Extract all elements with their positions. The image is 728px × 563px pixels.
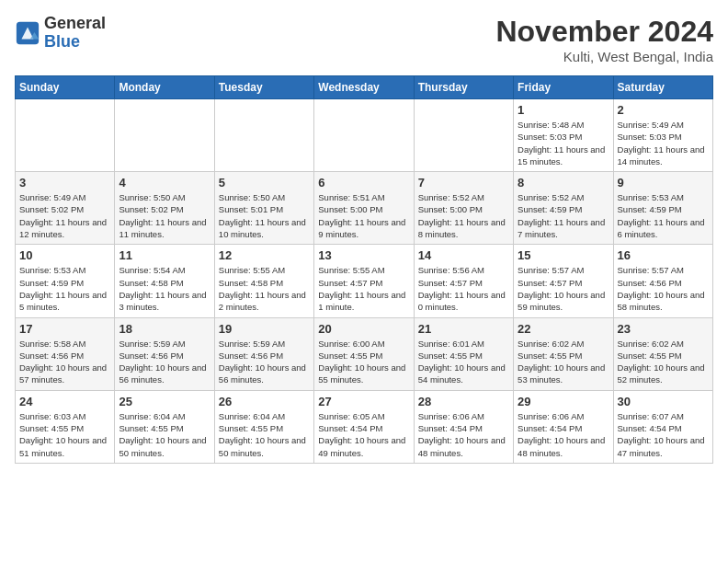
day-info: Sunrise: 6:02 AM Sunset: 4:55 PM Dayligh… bbox=[618, 338, 709, 386]
calendar-cell: 24Sunrise: 6:03 AM Sunset: 4:55 PM Dayli… bbox=[16, 390, 115, 463]
day-info: Sunrise: 5:50 AM Sunset: 5:02 PM Dayligh… bbox=[119, 191, 210, 240]
day-info: Sunrise: 5:52 AM Sunset: 5:00 PM Dayligh… bbox=[418, 191, 509, 240]
day-info: Sunrise: 5:57 AM Sunset: 4:57 PM Dayligh… bbox=[518, 264, 609, 313]
calendar-cell: 25Sunrise: 6:04 AM Sunset: 4:55 PM Dayli… bbox=[115, 390, 214, 463]
calendar-cell bbox=[115, 99, 214, 172]
col-sunday: Sunday bbox=[16, 76, 115, 99]
col-friday: Friday bbox=[514, 76, 613, 99]
day-info: Sunrise: 6:04 AM Sunset: 4:55 PM Dayligh… bbox=[219, 410, 310, 459]
calendar-table: Sunday Monday Tuesday Wednesday Thursday… bbox=[15, 75, 713, 464]
calendar-cell: 9Sunrise: 5:53 AM Sunset: 4:59 PM Daylig… bbox=[613, 172, 712, 245]
location: Kulti, West Bengal, India bbox=[495, 49, 713, 64]
calendar-cell bbox=[214, 99, 313, 172]
week-row-4: 17Sunrise: 5:58 AM Sunset: 4:56 PM Dayli… bbox=[16, 317, 713, 390]
day-number: 11 bbox=[119, 248, 210, 262]
day-info: Sunrise: 5:55 AM Sunset: 4:57 PM Dayligh… bbox=[318, 264, 409, 313]
day-number: 15 bbox=[518, 248, 609, 262]
calendar-cell: 4Sunrise: 5:50 AM Sunset: 5:02 PM Daylig… bbox=[115, 172, 214, 245]
calendar-cell: 7Sunrise: 5:52 AM Sunset: 5:00 PM Daylig… bbox=[414, 172, 513, 245]
day-info: Sunrise: 6:04 AM Sunset: 4:55 PM Dayligh… bbox=[119, 410, 210, 459]
calendar-cell: 18Sunrise: 5:59 AM Sunset: 4:56 PM Dayli… bbox=[115, 317, 214, 390]
day-info: Sunrise: 5:55 AM Sunset: 4:58 PM Dayligh… bbox=[219, 264, 310, 313]
day-info: Sunrise: 6:01 AM Sunset: 4:55 PM Dayligh… bbox=[418, 338, 509, 386]
day-info: Sunrise: 5:56 AM Sunset: 4:57 PM Dayligh… bbox=[418, 264, 509, 313]
day-number: 5 bbox=[219, 176, 310, 190]
day-number: 16 bbox=[618, 248, 709, 262]
day-info: Sunrise: 5:58 AM Sunset: 4:56 PM Dayligh… bbox=[19, 338, 110, 386]
calendar-cell: 12Sunrise: 5:55 AM Sunset: 4:58 PM Dayli… bbox=[214, 245, 313, 317]
day-info: Sunrise: 5:53 AM Sunset: 4:59 PM Dayligh… bbox=[19, 264, 110, 313]
calendar-cell: 26Sunrise: 6:04 AM Sunset: 4:55 PM Dayli… bbox=[214, 390, 313, 463]
logo-icon bbox=[15, 20, 40, 46]
day-info: Sunrise: 5:52 AM Sunset: 4:59 PM Dayligh… bbox=[518, 191, 609, 240]
day-number: 24 bbox=[19, 395, 110, 408]
calendar-header: Sunday Monday Tuesday Wednesday Thursday… bbox=[16, 76, 713, 99]
day-number: 9 bbox=[618, 176, 709, 190]
col-tuesday: Tuesday bbox=[214, 76, 313, 99]
logo: General Blue bbox=[15, 15, 106, 52]
day-number: 19 bbox=[219, 322, 310, 336]
day-number: 1 bbox=[518, 103, 609, 117]
calendar-cell: 28Sunrise: 6:06 AM Sunset: 4:54 PM Dayli… bbox=[414, 390, 513, 463]
calendar-cell: 29Sunrise: 6:06 AM Sunset: 4:54 PM Dayli… bbox=[514, 390, 613, 463]
calendar-cell: 8Sunrise: 5:52 AM Sunset: 4:59 PM Daylig… bbox=[514, 172, 613, 245]
col-wednesday: Wednesday bbox=[314, 76, 414, 99]
week-row-2: 3Sunrise: 5:49 AM Sunset: 5:02 PM Daylig… bbox=[16, 172, 713, 245]
page-header: General Blue November 2024 Kulti, West B… bbox=[15, 15, 713, 64]
calendar-cell: 22Sunrise: 6:02 AM Sunset: 4:55 PM Dayli… bbox=[514, 317, 613, 390]
calendar-cell: 16Sunrise: 5:57 AM Sunset: 4:56 PM Dayli… bbox=[613, 245, 712, 317]
day-number: 2 bbox=[618, 103, 709, 117]
day-info: Sunrise: 6:06 AM Sunset: 4:54 PM Dayligh… bbox=[418, 410, 509, 459]
day-number: 12 bbox=[219, 248, 310, 262]
calendar-cell: 5Sunrise: 5:50 AM Sunset: 5:01 PM Daylig… bbox=[214, 172, 313, 245]
calendar-cell: 1Sunrise: 5:48 AM Sunset: 5:03 PM Daylig… bbox=[514, 99, 613, 172]
day-number: 10 bbox=[19, 248, 110, 262]
day-number: 17 bbox=[19, 322, 110, 336]
header-row: Sunday Monday Tuesday Wednesday Thursday… bbox=[16, 76, 713, 99]
day-number: 13 bbox=[318, 248, 409, 262]
calendar-cell: 17Sunrise: 5:58 AM Sunset: 4:56 PM Dayli… bbox=[16, 317, 115, 390]
calendar-cell: 27Sunrise: 6:05 AM Sunset: 4:54 PM Dayli… bbox=[314, 390, 414, 463]
logo-general: General bbox=[44, 15, 106, 33]
day-number: 26 bbox=[219, 395, 310, 408]
calendar-cell: 21Sunrise: 6:01 AM Sunset: 4:55 PM Dayli… bbox=[414, 317, 513, 390]
month-title: November 2024 bbox=[495, 15, 713, 49]
day-number: 18 bbox=[119, 322, 210, 336]
day-info: Sunrise: 5:51 AM Sunset: 5:00 PM Dayligh… bbox=[318, 191, 409, 240]
calendar-body: 1Sunrise: 5:48 AM Sunset: 5:03 PM Daylig… bbox=[16, 99, 713, 464]
calendar-cell: 2Sunrise: 5:49 AM Sunset: 5:03 PM Daylig… bbox=[613, 99, 712, 172]
day-info: Sunrise: 6:03 AM Sunset: 4:55 PM Dayligh… bbox=[19, 410, 110, 459]
day-number: 25 bbox=[119, 395, 210, 408]
col-saturday: Saturday bbox=[613, 76, 712, 99]
day-number: 3 bbox=[19, 176, 110, 190]
day-number: 21 bbox=[418, 322, 509, 336]
day-number: 29 bbox=[518, 395, 609, 408]
day-info: Sunrise: 5:57 AM Sunset: 4:56 PM Dayligh… bbox=[618, 264, 709, 313]
calendar-cell: 11Sunrise: 5:54 AM Sunset: 4:58 PM Dayli… bbox=[115, 245, 214, 317]
day-number: 7 bbox=[418, 176, 509, 190]
day-info: Sunrise: 5:59 AM Sunset: 4:56 PM Dayligh… bbox=[219, 338, 310, 386]
calendar-cell: 19Sunrise: 5:59 AM Sunset: 4:56 PM Dayli… bbox=[214, 317, 313, 390]
day-number: 27 bbox=[318, 395, 409, 408]
calendar-cell bbox=[314, 99, 414, 172]
calendar-cell: 14Sunrise: 5:56 AM Sunset: 4:57 PM Dayli… bbox=[414, 245, 513, 317]
calendar-cell: 15Sunrise: 5:57 AM Sunset: 4:57 PM Dayli… bbox=[514, 245, 613, 317]
day-info: Sunrise: 6:02 AM Sunset: 4:55 PM Dayligh… bbox=[518, 338, 609, 386]
title-block: November 2024 Kulti, West Bengal, India bbox=[495, 15, 713, 64]
calendar-cell: 13Sunrise: 5:55 AM Sunset: 4:57 PM Dayli… bbox=[314, 245, 414, 317]
week-row-3: 10Sunrise: 5:53 AM Sunset: 4:59 PM Dayli… bbox=[16, 245, 713, 317]
calendar-cell bbox=[16, 99, 115, 172]
logo-text: General Blue bbox=[44, 15, 106, 52]
day-number: 14 bbox=[418, 248, 509, 262]
day-info: Sunrise: 6:05 AM Sunset: 4:54 PM Dayligh… bbox=[318, 410, 409, 459]
calendar-cell: 23Sunrise: 6:02 AM Sunset: 4:55 PM Dayli… bbox=[613, 317, 712, 390]
day-info: Sunrise: 5:50 AM Sunset: 5:01 PM Dayligh… bbox=[219, 191, 310, 240]
calendar-cell: 6Sunrise: 5:51 AM Sunset: 5:00 PM Daylig… bbox=[314, 172, 414, 245]
day-info: Sunrise: 5:53 AM Sunset: 4:59 PM Dayligh… bbox=[618, 191, 709, 240]
day-info: Sunrise: 5:49 AM Sunset: 5:02 PM Dayligh… bbox=[19, 191, 110, 240]
week-row-5: 24Sunrise: 6:03 AM Sunset: 4:55 PM Dayli… bbox=[16, 390, 713, 463]
day-info: Sunrise: 5:49 AM Sunset: 5:03 PM Dayligh… bbox=[618, 119, 709, 167]
calendar-cell: 30Sunrise: 6:07 AM Sunset: 4:54 PM Dayli… bbox=[613, 390, 712, 463]
day-info: Sunrise: 6:06 AM Sunset: 4:54 PM Dayligh… bbox=[518, 410, 609, 459]
calendar-cell: 3Sunrise: 5:49 AM Sunset: 5:02 PM Daylig… bbox=[16, 172, 115, 245]
